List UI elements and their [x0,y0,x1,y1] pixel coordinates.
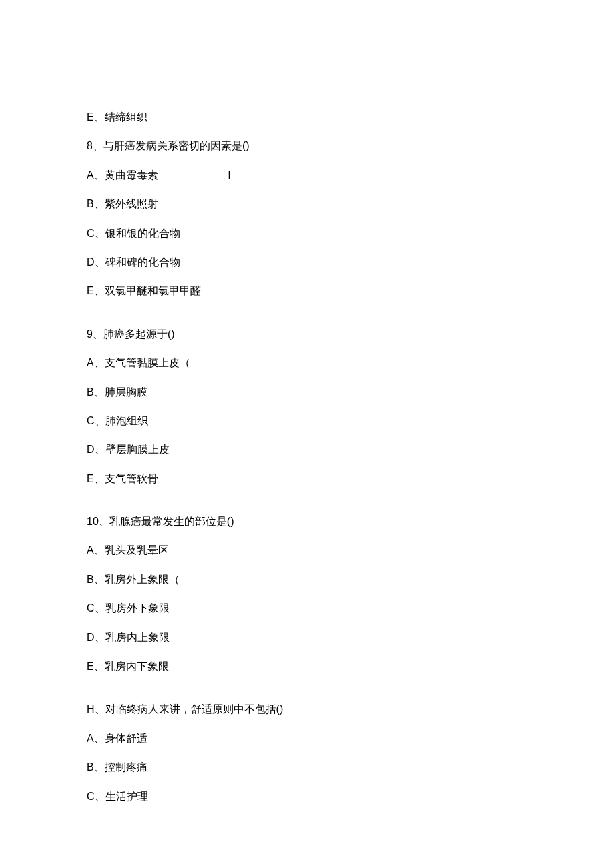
option-a-q9: A、支气管黏膜上皮（ [87,356,527,370]
option-e-q10: E、乳房内下象限 [87,659,527,674]
gap [87,500,527,514]
option-c-q9: C、肺泡组织 [87,414,527,428]
option-a-q8-text: A、黄曲霉毒素 [87,169,158,181]
option-b-q9: B、肺层胸膜 [87,385,527,400]
option-a-q8: A、黄曲霉毒素 I [87,168,527,183]
document-page: E、结缔组织 8、与肝癌发病关系密切的因素是() A、黄曲霉毒素 I B、紫外线… [0,0,614,804]
question-h-stem: H、对临终病人来讲，舒适原则中不包括() [87,702,527,717]
option-a-q10: A、乳头及乳晕区 [87,543,527,558]
gap [87,688,527,702]
question-10-stem: 10、乳腺癌最常发生的部位是() [87,514,527,529]
option-b-qh: B、控制疼痛 [87,760,527,775]
option-c-q8: C、银和银的化合物 [87,226,527,241]
option-d-q8: D、碑和碑的化合物 [87,255,527,270]
question-9-stem: 9、肺癌多起源于() [87,327,527,342]
stray-mark: I [228,168,230,183]
option-a-qh: A、身体舒适 [87,731,527,746]
gap [87,313,527,327]
option-e-q8: E、双氯甲醚和氯甲甲醛 [87,284,527,298]
option-e-q7: E、结缔组织 [87,110,527,125]
question-8-stem: 8、与肝癌发病关系密切的因素是() [87,139,527,153]
option-c-qh: C、生活护理 [87,789,527,804]
option-e-q9: E、支气管软骨 [87,472,527,486]
option-d-q9: D、壁层胸膜上皮 [87,442,527,457]
option-b-q10: B、乳房外上象限（ [87,572,527,587]
option-d-q10: D、乳房内上象限 [87,630,527,645]
option-c-q10: C、乳房外下象限 [87,601,527,616]
option-b-q8: B、紫外线照射 [87,197,527,211]
